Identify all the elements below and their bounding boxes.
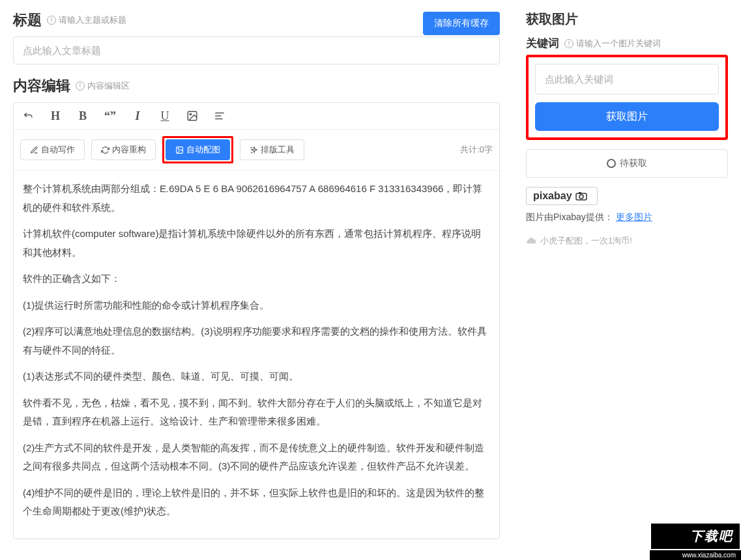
paragraph: 计算机软件(computer software)是指计算机系统中除硬件以外的所有… [23, 225, 490, 262]
quote-icon[interactable]: “” [102, 108, 118, 124]
pencil-icon [30, 146, 38, 154]
svg-rect-9 [579, 192, 581, 194]
format-toolbar: H B “” I U [14, 103, 499, 130]
keyword-input[interactable] [535, 64, 719, 94]
italic-icon[interactable]: I [130, 108, 145, 124]
undo-icon[interactable] [20, 108, 36, 124]
paragraph: 软件的正确含义如下： [23, 270, 490, 288]
content-editor[interactable]: 整个计算机系统由两部分组成：E.69DA 5 E 6 BA 9062616964… [14, 171, 499, 539]
paragraph: (2)程序可以满意地处理信息的数据结构。(3)说明程序功能要求和程序需要的文档的… [23, 322, 490, 359]
info-icon: ! [47, 16, 56, 25]
attribution-line: 图片由Pixabay提供： 更多图片 [526, 212, 728, 223]
get-image-title: 获取图片 [526, 10, 578, 28]
title-label: 标题 [13, 10, 42, 30]
info-icon: ! [564, 39, 574, 48]
auto-image-button[interactable]: 自动配图 [166, 139, 230, 160]
keyword-hint: 请输入一个图片关键词 [576, 38, 661, 49]
keyword-label: 关键词 [526, 36, 559, 51]
editor-box: H B “” I U 自动写作 内容重构 [13, 102, 500, 539]
title-hint: 请输入主题或标题 [59, 14, 126, 26]
title-section-header: 标题 ! 请输入主题或标题 [13, 10, 126, 30]
heading-icon[interactable]: H [48, 108, 63, 124]
keyword-highlight-box: 获取图片 [526, 55, 728, 140]
word-count: 共计:0字 [460, 144, 493, 156]
svg-point-1 [190, 113, 191, 115]
more-images-link[interactable]: 更多图片 [616, 212, 652, 222]
watermark: 下载吧 www.xiazaiba.com [650, 522, 741, 560]
fetch-status: 待获取 [526, 149, 728, 178]
pixabay-badge: pixabay [526, 187, 598, 205]
content-hint: 内容编辑区 [87, 80, 130, 92]
restructure-button[interactable]: 内容重构 [91, 139, 156, 160]
action-toolbar: 自动写作 内容重构 自动配图 排版工具 共计:0字 [14, 130, 499, 171]
circle-icon [607, 159, 616, 168]
info-icon: ! [76, 81, 85, 91]
image-icon[interactable] [184, 108, 200, 124]
align-left-icon[interactable] [212, 108, 227, 124]
footer-note: 小虎子配图，一次1淘币! [526, 235, 728, 247]
svg-point-8 [579, 195, 583, 199]
sidebar-panel: 获取图片 关键词 ! 请输入一个图片关键词 获取图片 待获取 pixabay [513, 0, 741, 560]
main-panel: 标题 ! 请输入主题或标题 清除所有缓存 内容编辑 ! 内容编辑区 H B “”… [0, 0, 513, 560]
auto-image-highlight: 自动配图 [162, 136, 233, 163]
svg-point-6 [178, 148, 179, 149]
underline-icon[interactable]: U [157, 108, 173, 124]
content-section-header: 内容编辑 ! 内容编辑区 [13, 76, 500, 96]
paragraph: (2)生产方式不同的软件是开发，是人类智能的高发挥，而不是传统意义上的硬件制造。… [23, 439, 490, 476]
paragraph: 整个计算机系统由两部分组成：E.69DA 5 E 6 BA 9062616964… [23, 180, 490, 217]
watermark-text: 下载吧 [650, 522, 741, 550]
bold-icon[interactable]: B [75, 108, 91, 124]
watermark-url: www.xiazaiba.com [650, 550, 741, 560]
auto-write-button[interactable]: 自动写作 [20, 139, 85, 160]
content-label: 内容编辑 [13, 76, 70, 96]
paragraph: (1)提供运行时所需功能和性能的命令或计算机程序集合。 [23, 296, 490, 315]
paragraph: 软件看不见，无色，枯燥，看不见，摸不到，闻不到。软件大部分存在于人们的头脑或纸上… [23, 394, 490, 431]
article-title-input[interactable] [13, 36, 500, 64]
image-icon [175, 146, 184, 154]
clear-cache-button[interactable]: 清除所有缓存 [423, 12, 500, 35]
paragraph: (1)表达形式不同的硬件类型、颜色、味道、可见、可摸、可闻。 [23, 367, 490, 386]
camera-icon [575, 191, 590, 201]
layout-tool-button[interactable]: 排版工具 [240, 139, 304, 160]
paragraph: (4)维护不同的硬件是旧的，理论上软件是旧的，并不坏，但实际上软件也是旧的和坏的… [23, 484, 490, 521]
magic-icon [250, 146, 258, 154]
cloud-icon [526, 236, 536, 246]
refresh-icon [101, 146, 109, 154]
get-image-button[interactable]: 获取图片 [535, 102, 719, 131]
